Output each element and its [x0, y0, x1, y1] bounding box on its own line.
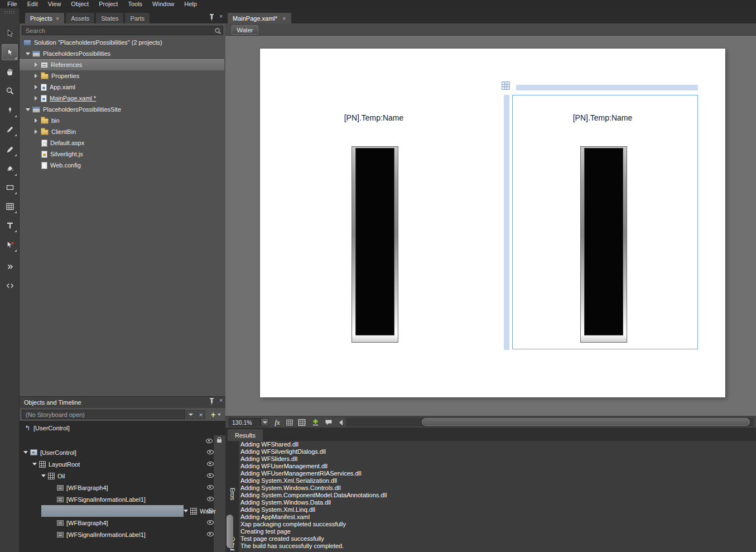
tree-item-app-xaml[interactable]: App.xaml [20, 81, 224, 93]
close-panel-icon[interactable]: × [219, 397, 223, 403]
zoom-dropdown-icon[interactable] [261, 418, 269, 426]
zoom-value[interactable]: 130.1% [229, 418, 261, 426]
object-item-usercontrol[interactable]: [UserControl] [20, 447, 225, 458]
zoom-tool[interactable] [2, 83, 18, 99]
design-surface[interactable]: [PN].Temp:Name [PN].Temp:Name [225, 36, 756, 416]
expander-closed-icon[interactable] [35, 74, 37, 78]
tree-item-placeholderspossibilitiessite[interactable]: PlaceholdersPossibilitiesSite [20, 104, 224, 115]
document-tab[interactable]: MainPage.xaml* × [228, 13, 291, 23]
menu-item-window[interactable]: Window [147, 0, 179, 8]
artboard[interactable]: [PN].Temp:Name [PN].Temp:Name [260, 49, 725, 397]
bargra ph-control-selected[interactable] [580, 146, 627, 343]
tree-item-default-aspx[interactable]: Default.aspx [20, 137, 224, 148]
grid-adorner-icon[interactable] [502, 81, 510, 90]
tree-item-silverlight-js[interactable]: Silverlight.js [20, 148, 224, 160]
eye-icon[interactable] [207, 462, 214, 466]
menu-item-project[interactable]: Project [94, 0, 123, 8]
visibility-column-icon[interactable] [206, 439, 213, 443]
expander-open-icon[interactable] [26, 108, 30, 111]
asset-tool[interactable] [2, 237, 18, 253]
tab-errors[interactable]: Errors [229, 488, 235, 500]
search-input[interactable] [22, 26, 223, 35]
eyedropper-tool[interactable] [2, 141, 18, 157]
menu-item-tools[interactable]: Tools [123, 0, 147, 8]
object-item-wfsignalinformationlabel1[interactable]: [WFSignalInformationLabel1] [20, 493, 225, 505]
menu-item-edit[interactable]: Edit [22, 0, 43, 8]
menu-item-view[interactable]: View [43, 0, 66, 8]
expander-closed-icon[interactable] [35, 85, 37, 89]
pin-icon[interactable] [211, 399, 213, 403]
close-panel-icon[interactable]: × [219, 13, 223, 19]
tab-states[interactable]: States [96, 13, 123, 23]
eye-icon[interactable] [207, 450, 214, 454]
storyboard-picker[interactable]: (No Storyboard open) [22, 410, 185, 419]
object-item-water[interactable]: Water [20, 505, 225, 517]
tab-results[interactable]: Results [228, 429, 263, 441]
object-item-wfbargraph4[interactable]: [WFBargraph4] [20, 517, 225, 529]
rectangle-tool[interactable] [2, 179, 18, 195]
tab-assets[interactable]: Assets [66, 13, 94, 23]
markup-tool[interactable] [2, 277, 18, 294]
eye-icon[interactable] [207, 485, 214, 489]
snap-grid-toggle[interactable] [297, 417, 307, 427]
tab-parts[interactable]: Parts [125, 13, 150, 23]
tree-item-clientbin[interactable]: ClientBin [20, 126, 224, 137]
eye-icon[interactable] [207, 473, 214, 478]
breadcrumb-item-water[interactable]: Water [232, 25, 258, 35]
close-icon[interactable]: × [56, 16, 59, 21]
tree-item-solution[interactable]: Solution "PlaceholdersPossibilities" (2 … [20, 37, 224, 48]
effects-toggle[interactable]: fx [272, 417, 282, 427]
eye-icon[interactable] [207, 508, 214, 513]
grid-ruler-left[interactable] [504, 95, 509, 350]
expander-closed-icon[interactable] [35, 63, 37, 67]
horizontal-scrollbar[interactable] [346, 417, 754, 426]
direct-selection-tool[interactable] [2, 44, 18, 60]
expander-open-icon[interactable] [41, 474, 46, 477]
vertical-scrollbar-thumb[interactable] [227, 515, 233, 548]
tree-item-references[interactable]: References [20, 59, 224, 70]
grid-ruler-top[interactable] [516, 85, 698, 90]
add-storyboard-icon[interactable]: + [211, 411, 215, 419]
expander-closed-icon[interactable] [35, 96, 37, 100]
tree-item-placeholderspossibilities[interactable]: PlaceholdersPossibilities [20, 48, 224, 59]
menu-item-file[interactable]: File [2, 0, 22, 8]
pencil-tool[interactable] [2, 121, 18, 137]
show-gridlines-toggle[interactable] [285, 417, 295, 427]
add-storyboard-caret-icon[interactable] [218, 414, 221, 416]
menu-item-object[interactable]: Object [66, 0, 94, 8]
expander-open-icon[interactable] [23, 451, 28, 454]
selection-tool[interactable] [2, 25, 18, 41]
scroll-left-icon[interactable] [336, 417, 346, 427]
more-tools-button[interactable] [2, 258, 18, 275]
expander-open-icon[interactable] [32, 463, 37, 465]
close-document-icon[interactable]: × [282, 16, 286, 21]
object-item-wfbargraph4[interactable]: [WFBargraph4] [20, 482, 225, 493]
eye-icon[interactable] [207, 497, 214, 501]
tab-projects[interactable]: Projects × [25, 13, 64, 23]
object-item-wfsignalinformationlabel1[interactable]: [WFSignalInformationLabel1] [20, 529, 225, 540]
expander-closed-icon[interactable] [35, 118, 37, 123]
pen-tool[interactable] [2, 102, 18, 118]
paint-bucket-tool[interactable] [2, 161, 18, 177]
annotations-toggle[interactable] [324, 417, 334, 427]
grid-tool[interactable] [2, 198, 18, 214]
text-tool[interactable] [2, 217, 18, 233]
expander-open-icon[interactable] [26, 52, 30, 55]
storyboard-close-icon[interactable]: × [196, 410, 205, 419]
bargraph-control[interactable] [351, 146, 398, 343]
tree-item-web-config[interactable]: Web.config [20, 160, 224, 171]
pan-tool[interactable] [2, 64, 18, 80]
scope-up-icon[interactable]: ↰ [25, 424, 30, 432]
palette-grip[interactable] [4, 11, 15, 14]
tree-item-bin[interactable]: bin [20, 115, 224, 126]
storyboard-dropdown-icon[interactable] [186, 410, 195, 419]
eye-icon[interactable] [207, 520, 214, 525]
menu-item-help[interactable]: Help [179, 0, 202, 8]
horizontal-scrollbar-thumb[interactable] [422, 418, 750, 426]
object-item-layoutroot[interactable]: LayoutRoot [20, 458, 225, 470]
expander-open-icon[interactable] [184, 510, 188, 512]
lock-column-icon[interactable] [217, 439, 221, 443]
eye-icon[interactable] [207, 532, 214, 536]
scope-row[interactable]: ↰ [UserControl] [20, 422, 225, 434]
pin-icon[interactable] [211, 15, 213, 19]
